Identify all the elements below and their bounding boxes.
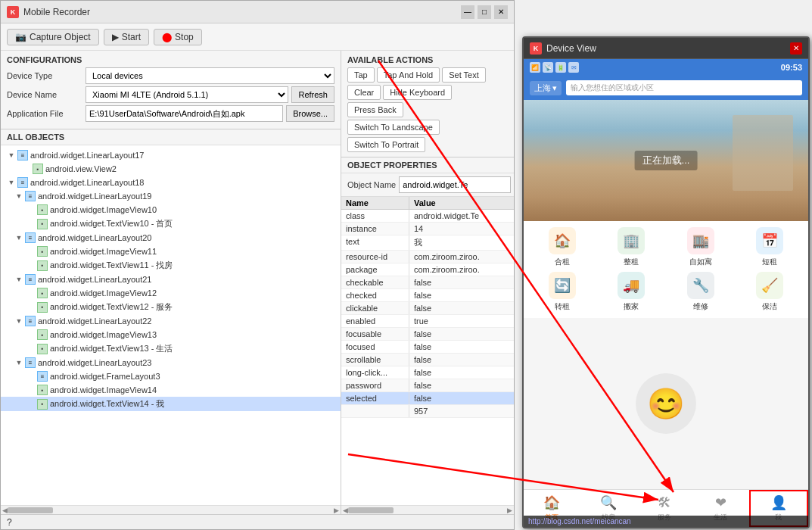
category-item-短租[interactable]: 📅 短租	[738, 227, 803, 267]
switch-portrait-button[interactable]: Switch To Portrait	[347, 137, 425, 152]
property-row: enabled true	[341, 315, 514, 328]
device-name-row: Device Name Xiaomi MI 4LTE (Android 5.1.…	[7, 86, 334, 103]
clear-button[interactable]: Clear	[347, 85, 381, 100]
维修-icon: 🔧	[687, 272, 714, 299]
tree-item[interactable]: ▪ android.widget.TextView10 - 首页	[1, 217, 341, 231]
category-item-转租[interactable]: 🔄 转租	[530, 272, 595, 312]
property-value: com.ziroom.ziroo.	[409, 263, 514, 276]
tree-item[interactable]: ▼ ≡ android.widget.LinearLayout21	[1, 273, 341, 286]
refresh-button[interactable]: Refresh	[291, 86, 334, 103]
device-close-button[interactable]: ✕	[790, 42, 802, 55]
value-header: Value	[409, 197, 514, 209]
device-name-select[interactable]: Xiaomi MI 4LTE (Android 5.1.1)	[86, 86, 288, 103]
me-nav-icon: 👤	[770, 494, 787, 511]
tree-toggle-icon: ▼	[14, 275, 23, 284]
layout-icon: ≡	[25, 274, 36, 285]
view-icon: ▪	[33, 164, 43, 174]
property-row: checked false	[341, 289, 514, 302]
selected-tree-item[interactable]: ▪ android.widget.TextView14 - 我	[1, 397, 341, 411]
status-time: 09:53	[781, 63, 802, 72]
tree-item[interactable]: ▪ android.widget.ImageView10	[1, 203, 341, 217]
props-scrollbar[interactable]: ◀ ▶	[341, 505, 514, 514]
app-file-label: Application File	[7, 109, 82, 118]
props-scrollbar-thumb[interactable]	[348, 507, 394, 513]
minimize-button[interactable]: —	[461, 5, 474, 19]
app-header: 上海 ▾ 输入您想住的区域或小区	[524, 76, 808, 100]
category-item-自如寓[interactable]: 🏬 自如寓	[668, 227, 733, 267]
configurations-section: CONFIGURATIONS Device Type Local devices…	[1, 51, 341, 129]
press-back-button[interactable]: Press Back	[347, 102, 403, 117]
app-file-input[interactable]	[86, 105, 283, 122]
switch-landscape-button[interactable]: Switch To Landscape	[347, 120, 440, 135]
set-text-button[interactable]: Set Text	[442, 67, 486, 83]
category-item-维修[interactable]: 🔧 维修	[668, 272, 733, 312]
tree-item[interactable]: ▪ android.view.View2	[1, 162, 341, 176]
tree-item[interactable]: ▪ android.widget.ImageView11	[1, 245, 341, 258]
layout-icon: ≡	[17, 177, 28, 188]
objects-tree[interactable]: ▼ ≡ android.widget.LinearLayout17 ▪ andr…	[1, 145, 341, 505]
tree-item[interactable]: ▪ android.widget.TextView12 - 服务	[1, 300, 341, 314]
view-icon: ▪	[37, 385, 48, 395]
tree-toggle-icon	[26, 344, 36, 354]
view-icon: ▪	[37, 302, 48, 313]
stop-button[interactable]: ⬤ Stop	[154, 29, 202, 45]
tree-item[interactable]: ▼ ≡ android.widget.LinearLayout20	[1, 231, 341, 245]
category-item-搬家[interactable]: 🚚 搬家	[599, 272, 664, 312]
tree-toggle-icon	[26, 385, 36, 394]
tree-item[interactable]: ▪ android.widget.TextView11 - 找房	[1, 258, 341, 273]
tree-item[interactable]: ▪ android.widget.ImageView12	[1, 286, 341, 300]
close-button[interactable]: ✕	[494, 5, 508, 19]
device-title: Device View	[546, 43, 786, 54]
all-objects-title: ALL OBJECTS	[1, 129, 341, 145]
tap-button[interactable]: Tap	[347, 67, 375, 83]
browse-button[interactable]: Browse...	[286, 105, 334, 122]
object-name-input[interactable]	[399, 176, 511, 193]
property-value: false	[409, 328, 514, 340]
search-bar[interactable]: 输入您想住的区域或小区	[566, 80, 802, 95]
status-icons: 📶 📡 🔋 ✉	[530, 62, 778, 73]
tap-and-hold-button[interactable]: Tap And Hold	[377, 67, 440, 83]
property-value: false	[409, 276, 514, 288]
device-type-select[interactable]: Local devices	[86, 67, 334, 84]
property-name: resource-id	[341, 251, 409, 263]
object-name-label: Object Name	[347, 180, 396, 189]
property-name: long-click...	[341, 366, 409, 379]
property-name: package	[341, 263, 409, 276]
horizontal-scrollbar[interactable]: ◀ ▶	[1, 505, 341, 514]
start-button[interactable]: ▶ Start	[104, 29, 149, 45]
available-actions-section: AVAILABLE ACTIONS Tap Tap And Hold Set T…	[341, 51, 514, 157]
tree-item[interactable]: ▪ android.widget.TextView13 - 生活	[1, 341, 341, 356]
search-placeholder: 输入您想住的区域或小区	[571, 83, 654, 92]
category-item-保洁[interactable]: 🧹 保洁	[738, 272, 803, 312]
start-icon: ▶	[112, 32, 119, 42]
property-value: false	[409, 341, 514, 353]
tree-item[interactable]: ▼ ≡ android.widget.LinearLayout22	[1, 314, 341, 328]
property-name: checked	[341, 289, 409, 301]
tree-item[interactable]: ▪ android.widget.ImageView14	[1, 383, 341, 397]
category-item-合租[interactable]: 🏠 合租	[530, 227, 595, 267]
tree-item[interactable]: ▼ ≡ android.widget.LinearLayout19	[1, 189, 341, 203]
city-selector[interactable]: 上海 ▾	[530, 81, 562, 95]
app-title: Mobile Recorder	[23, 7, 90, 17]
scrollbar-thumb[interactable]	[8, 507, 53, 513]
help-icon[interactable]: ?	[7, 517, 12, 528]
camera-icon: 📷	[15, 32, 26, 42]
category-item-整租[interactable]: 🏢 整租	[599, 227, 664, 267]
tree-item[interactable]: ≡ android.widget.FrameLayout3	[1, 369, 341, 383]
capture-object-button[interactable]: 📷 Capture Object	[7, 29, 99, 45]
property-name: selected	[341, 392, 409, 404]
tree-item[interactable]: ▼ ≡ android.widget.LinearLayout23	[1, 356, 341, 369]
tree-item[interactable]: ▼ ≡ android.widget.LinearLayout17	[1, 148, 341, 162]
view-icon: ▪	[37, 329, 48, 340]
property-row: resource-id com.ziroom.ziroo.	[341, 251, 514, 263]
property-value: 957	[409, 405, 514, 417]
hide-keyboard-button[interactable]: Hide Keyboard	[383, 85, 452, 100]
tree-item[interactable]: ▼ ≡ android.widget.LinearLayout18	[1, 176, 341, 189]
maximize-button[interactable]: □	[478, 5, 491, 19]
property-name: instance	[341, 223, 409, 235]
短租-icon: 📅	[756, 227, 783, 254]
维修-label: 维修	[693, 301, 708, 312]
tree-item[interactable]: ▪ android.widget.ImageView13	[1, 328, 341, 341]
property-value: false	[409, 379, 514, 391]
property-name	[341, 405, 409, 417]
